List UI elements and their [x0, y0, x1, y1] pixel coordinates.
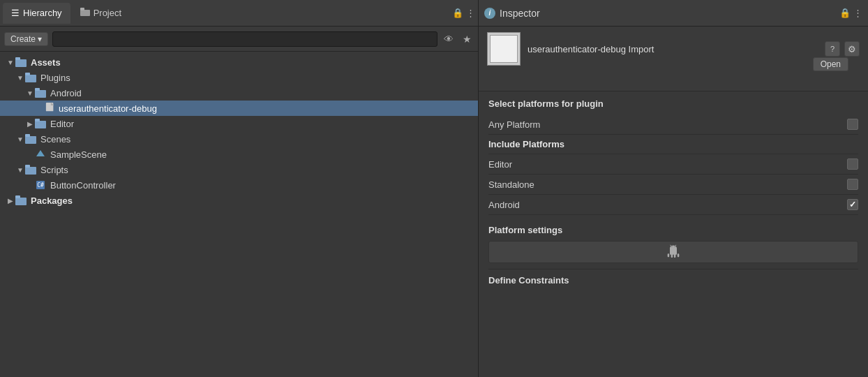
tree-item-editor[interactable]: Editor [0, 116, 478, 131]
svg-rect-1 [80, 8, 84, 10]
svg-rect-7 [35, 88, 40, 91]
packages-label: Packages [31, 195, 73, 206]
platform-row-include: Include Platforms [488, 135, 858, 154]
scenes-label: Scenes [40, 134, 70, 145]
tree-item-scenes[interactable]: Scenes [0, 131, 478, 147]
any-platform-label: Any Platform [488, 119, 847, 130]
folder-icon-android [35, 88, 47, 98]
samplescene-label: SampleScene [50, 149, 107, 160]
arrow-editor [25, 120, 35, 128]
tree-item-userauthenticator[interactable]: ▶ userauthenticator-debug [0, 101, 478, 116]
asset-thumb-inner [490, 35, 518, 63]
info-icon: i [484, 8, 495, 19]
folder-icon-scenes [25, 134, 38, 144]
create-button[interactable]: Create ▾ [4, 32, 48, 46]
platform-settings-title: Platform settings [488, 225, 858, 235]
svg-rect-18 [15, 198, 27, 205]
platform-row-standalone: Standalone [488, 175, 858, 195]
folder-icon-plugins [25, 73, 38, 82]
android-label: Android [50, 88, 82, 98]
left-tab-actions: 🔒 ⋮ [452, 8, 475, 18]
arrow-assets [6, 59, 15, 66]
asset-title: userauthenticator-debug Import [527, 44, 818, 54]
menu-icon[interactable]: ⋮ [466, 8, 475, 18]
userauthenticator-label: userauthenticator-debug [59, 103, 157, 114]
standalone-platform-checkbox[interactable] [847, 179, 858, 190]
assets-label: Assets [31, 57, 61, 68]
tab-hierarchy[interactable]: ☰ Hierarchy [3, 3, 70, 24]
platform-section-title: Select platforms for plugin [488, 98, 858, 109]
arrow-plugins [15, 74, 25, 82]
svg-rect-2 [15, 59, 27, 67]
tree-item-buttoncontroller[interactable]: ▶ C# ButtonController [0, 177, 478, 193]
inspector-tab-bar: i Inspector 🔒 ⋮ [479, 0, 868, 27]
svg-rect-19 [15, 195, 20, 198]
editor-label: Editor [50, 119, 74, 129]
any-platform-checkbox[interactable] [847, 119, 858, 130]
asset-header: userauthenticator-debug Import ? ⚙ Open [479, 27, 868, 91]
create-arrow-icon: ▾ [38, 34, 42, 44]
search-input[interactable] [52, 31, 437, 47]
arrow-scenes [15, 135, 25, 143]
svg-rect-5 [25, 73, 30, 75]
hierarchy-icon: ☰ [11, 8, 20, 18]
project-icon [80, 8, 90, 18]
left-toolbar: Create ▾ 👁 ★ [0, 27, 478, 52]
standalone-platform-label: Standalone [488, 179, 847, 190]
inspector-title-group: i Inspector [484, 8, 540, 19]
editor-platform-checkbox[interactable] [847, 158, 858, 170]
help-button[interactable]: ? [825, 41, 840, 57]
platform-row-any: Any Platform [488, 114, 858, 135]
tab-hierarchy-label: Hierarchy [23, 8, 62, 18]
open-button[interactable]: Open [813, 57, 848, 71]
inspector-body: Select platforms for plugin Any Platform… [479, 91, 868, 377]
editor-platform-label: Editor [488, 159, 847, 170]
svg-marker-13 [36, 150, 45, 156]
android-platform-icon [666, 244, 680, 261]
android-platform-label: Android [488, 200, 847, 210]
include-platforms-label: Include Platforms [488, 139, 858, 149]
tree-item-plugins[interactable]: Plugins [0, 70, 478, 85]
arrow-android [25, 89, 35, 97]
svg-rect-11 [25, 136, 36, 144]
arrow-scripts [15, 166, 25, 174]
inspector-title-label: Inspector [500, 8, 540, 19]
settings-button[interactable]: ⚙ [844, 41, 860, 57]
svg-text:C#: C# [37, 182, 44, 188]
android-platform-checkbox[interactable] [847, 199, 858, 210]
plugins-label: Plugins [40, 73, 70, 83]
create-label: Create [10, 34, 36, 44]
tree-item-android[interactable]: Android [0, 85, 478, 101]
inspector-actions: 🔒 ⋮ [839, 8, 862, 18]
tree-item-assets[interactable]: Assets [0, 54, 478, 70]
folder-icon-scripts [25, 165, 38, 175]
eye-icon[interactable]: 👁 [442, 32, 456, 46]
platform-row-android: Android [488, 195, 858, 215]
android-tab-bar[interactable] [488, 241, 858, 263]
svg-rect-14 [25, 167, 36, 175]
script-icon-buttoncontroller: C# [35, 180, 47, 190]
asset-actions: ? ⚙ [825, 41, 860, 57]
svg-rect-15 [25, 165, 30, 168]
scripts-label: Scripts [40, 165, 68, 175]
project-tree: Assets Plugins Android ▶ userauthenticat… [0, 52, 478, 377]
svg-rect-0 [80, 10, 90, 16]
lock-icon: 🔒 [452, 8, 463, 18]
lock-icon-inspector: 🔒 [839, 8, 851, 18]
tab-project-label: Project [93, 8, 121, 18]
define-constraints-title: Define Constraints [488, 269, 858, 286]
left-tab-bar: ☰ Hierarchy Project 🔒 ⋮ [0, 0, 478, 27]
tree-item-packages[interactable]: Packages [0, 193, 478, 208]
folder-icon-editor [35, 119, 47, 128]
left-panel: ☰ Hierarchy Project 🔒 ⋮ Create ▾ 👁 ★ [0, 0, 479, 377]
svg-rect-4 [25, 75, 36, 82]
svg-rect-12 [25, 134, 30, 137]
menu-icon-inspector[interactable]: ⋮ [853, 8, 862, 18]
platform-settings-section: Platform settings [488, 225, 858, 263]
tree-item-scripts[interactable]: Scripts [0, 162, 478, 177]
star-icon[interactable]: ★ [460, 32, 474, 46]
tab-project[interactable]: Project [72, 3, 130, 24]
tree-item-samplescene[interactable]: ▶ SampleScene [0, 147, 478, 162]
svg-rect-10 [35, 119, 40, 121]
platform-row-editor: Editor [488, 154, 858, 175]
